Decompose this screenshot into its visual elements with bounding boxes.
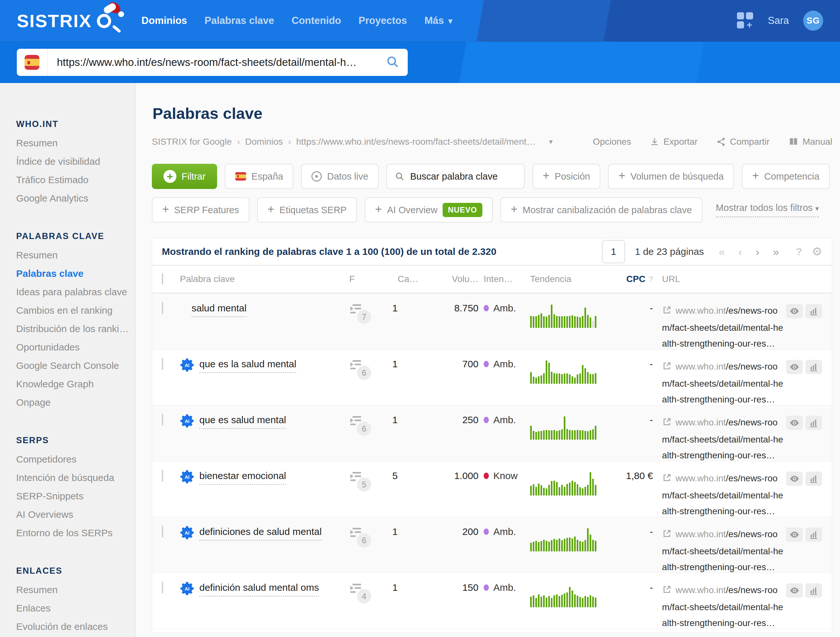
external-link-icon[interactable] bbox=[662, 416, 672, 432]
col-keyword[interactable]: Palabra clave bbox=[180, 274, 349, 284]
external-link-icon[interactable] bbox=[662, 360, 672, 376]
serp-features-cell[interactable]: 4 bbox=[349, 582, 365, 601]
sidebar-item-enlaces[interactable]: Enlaces bbox=[16, 599, 133, 617]
sidebar-item-cambios-en-el-ranking[interactable]: Cambios en el ranking bbox=[16, 301, 133, 320]
row-checkbox[interactable] bbox=[162, 358, 163, 370]
row-checkbox[interactable] bbox=[162, 414, 163, 426]
opciones-action[interactable]: Opciones bbox=[593, 137, 631, 147]
keyword-link[interactable]: que es la salud mental bbox=[199, 359, 296, 373]
domain-url-input[interactable]: https://www.who.int/es/news-room/fact-sh… bbox=[48, 56, 386, 68]
url-host[interactable]: www.who.int bbox=[676, 306, 726, 315]
serp-preview-eye-icon[interactable] bbox=[786, 360, 803, 374]
sidebar-item-resumen[interactable]: Resumen bbox=[16, 134, 133, 152]
nav-item-dominios[interactable]: Dominios bbox=[142, 15, 187, 27]
sidebar-item-distribuci-n-de-los-ranki-[interactable]: Distribución de los ranki… bbox=[16, 320, 133, 338]
breadcrumb-item[interactable]: SISTRIX for Google bbox=[152, 137, 232, 147]
sidebar-item-knowledge-graph[interactable]: Knowledge Graph bbox=[16, 375, 133, 393]
col-features[interactable]: F bbox=[349, 274, 378, 284]
serp-features-cell[interactable]: 6 bbox=[349, 359, 365, 378]
breadcrumb-item[interactable]: Dominios bbox=[245, 137, 283, 147]
col-change[interactable]: Ca… bbox=[398, 274, 417, 284]
page-number-input[interactable] bbox=[602, 240, 625, 263]
sidebar-item-ai-overviews[interactable]: AI Overviews bbox=[16, 505, 133, 523]
external-link-icon[interactable] bbox=[662, 583, 672, 599]
history-chart-icon[interactable] bbox=[805, 583, 822, 598]
keyword-link[interactable]: bienestar emocional bbox=[199, 470, 286, 485]
sidebar-item-palabras-clave[interactable]: Palabras clave bbox=[16, 264, 133, 283]
manual-action[interactable]: Manual bbox=[788, 137, 832, 147]
user-avatar[interactable]: SG bbox=[803, 11, 823, 31]
sidebar-item-serp-snippets[interactable]: SERP-Snippets bbox=[16, 487, 133, 505]
cpc-help-icon[interactable]: ? bbox=[649, 275, 653, 284]
compartir-action[interactable]: Compartir bbox=[716, 137, 770, 147]
last-page-icon[interactable]: » bbox=[771, 246, 781, 258]
nav-item-más[interactable]: Más▼ bbox=[425, 15, 454, 27]
prev-page-icon[interactable]: ‹ bbox=[737, 246, 744, 258]
filter-etiquetas-serp[interactable]: +Etiquetas SERP bbox=[257, 197, 357, 222]
filter-serp-features[interactable]: +SERP Features bbox=[152, 197, 249, 222]
sidebar-item--ndice-de-visibilidad[interactable]: Índice de visibilidad bbox=[16, 152, 133, 170]
serp-features-cell[interactable]: 6 bbox=[349, 526, 365, 546]
exportar-action[interactable]: Exportar bbox=[650, 137, 698, 147]
serp-preview-eye-icon[interactable] bbox=[786, 304, 803, 318]
history-chart-icon[interactable] bbox=[805, 304, 822, 318]
history-chart-icon[interactable] bbox=[805, 416, 822, 430]
filter-mostrar-canibalizaci-n-de-palabras-clave[interactable]: +Mostrar canibalización de palabras clav… bbox=[501, 197, 703, 222]
settings-gear-icon[interactable]: ⚙ bbox=[812, 245, 822, 259]
keyword-search-input[interactable] bbox=[410, 171, 516, 182]
filter-espa-a[interactable]: España bbox=[225, 164, 293, 189]
url-host[interactable]: www.who.int bbox=[676, 585, 726, 595]
col-url[interactable]: URL bbox=[653, 274, 785, 284]
keyword-link[interactable]: definiciones de salud mental bbox=[199, 526, 322, 541]
keyword-link[interactable]: definición salud mental oms bbox=[199, 582, 319, 597]
col-trend[interactable]: Tendencia bbox=[530, 274, 614, 284]
external-link-icon[interactable] bbox=[662, 304, 672, 320]
help-icon[interactable]: ? bbox=[796, 246, 802, 258]
user-name[interactable]: Sara bbox=[768, 15, 789, 27]
domain-search-bar[interactable]: https://www.who.int/es/news-room/fact-sh… bbox=[17, 49, 408, 76]
sidebar-item-intenci-n-de-b-squeda[interactable]: Intención de búsqueda bbox=[16, 468, 133, 487]
sidebar-item-resumen[interactable]: Resumen bbox=[16, 246, 133, 264]
history-chart-icon[interactable] bbox=[805, 528, 822, 542]
sidebar-item-entorno-de-los-serps[interactable]: Entorno de los SERPs bbox=[16, 523, 133, 542]
filter-competencia[interactable]: +Competencia bbox=[742, 164, 830, 189]
sidebar-item-google-analytics[interactable]: Google Analytics bbox=[16, 189, 133, 207]
sidebar-item-nuevos-links[interactable]: Nuevos Links bbox=[16, 636, 133, 637]
search-icon[interactable] bbox=[386, 55, 399, 70]
nav-item-proyectos[interactable]: Proyectos bbox=[358, 15, 407, 27]
sistrix-logo[interactable]: SISTRIX bbox=[17, 7, 123, 35]
country-selector[interactable] bbox=[17, 49, 48, 76]
row-checkbox[interactable] bbox=[162, 470, 163, 482]
show-all-filters[interactable]: Mostrar todos los filtros ▾ bbox=[716, 203, 819, 218]
history-chart-icon[interactable] bbox=[805, 471, 822, 486]
next-page-icon[interactable]: › bbox=[754, 246, 761, 258]
url-host[interactable]: www.who.int bbox=[676, 417, 726, 427]
row-checkbox[interactable] bbox=[162, 582, 163, 593]
serp-features-cell[interactable]: 6 bbox=[349, 415, 365, 434]
sidebar-item-google-search-console[interactable]: Google Search Console bbox=[16, 356, 133, 375]
sidebar-item-evoluci-n-de-enlaces[interactable]: Evolución de enlaces bbox=[16, 617, 133, 636]
url-host[interactable]: www.who.int bbox=[676, 473, 726, 483]
row-checkbox[interactable] bbox=[162, 302, 163, 314]
filter-posici-n[interactable]: +Posición bbox=[532, 164, 601, 189]
row-checkbox[interactable] bbox=[162, 525, 163, 538]
col-intent[interactable]: Inten… bbox=[478, 274, 530, 284]
keyword-link[interactable]: que es salud mental bbox=[199, 415, 286, 429]
sidebar-item-resumen[interactable]: Resumen bbox=[16, 580, 133, 599]
serp-preview-eye-icon[interactable] bbox=[786, 528, 803, 542]
filter-datos-live[interactable]: Datos live bbox=[301, 164, 378, 189]
filter-ai-overview[interactable]: +AI OverviewNUEVO bbox=[365, 197, 493, 222]
serp-features-cell[interactable]: 7 bbox=[349, 303, 365, 322]
apps-grid-icon[interactable]: + bbox=[737, 12, 754, 29]
sidebar-item-tr-fico-estimado[interactable]: Tráfico Estimado bbox=[16, 170, 133, 189]
external-link-icon[interactable] bbox=[662, 528, 672, 543]
sidebar-item-oportunidades[interactable]: Oportunidades bbox=[16, 338, 133, 356]
col-volume[interactable]: Volu… bbox=[417, 274, 478, 284]
sidebar-item-ideas-para-palabras-clave[interactable]: Ideas para palabras clave bbox=[16, 283, 133, 301]
breadcrumb-dropdown-icon[interactable]: ▾ bbox=[549, 137, 553, 146]
filter-filtrar[interactable]: +Filtrar bbox=[152, 164, 217, 189]
history-chart-icon[interactable] bbox=[805, 360, 822, 374]
serp-preview-eye-icon[interactable] bbox=[786, 416, 803, 430]
breadcrumb-item-url[interactable]: https://www.who.int/es/news-room/fact-sh… bbox=[296, 137, 536, 147]
first-page-icon[interactable]: « bbox=[717, 246, 727, 258]
